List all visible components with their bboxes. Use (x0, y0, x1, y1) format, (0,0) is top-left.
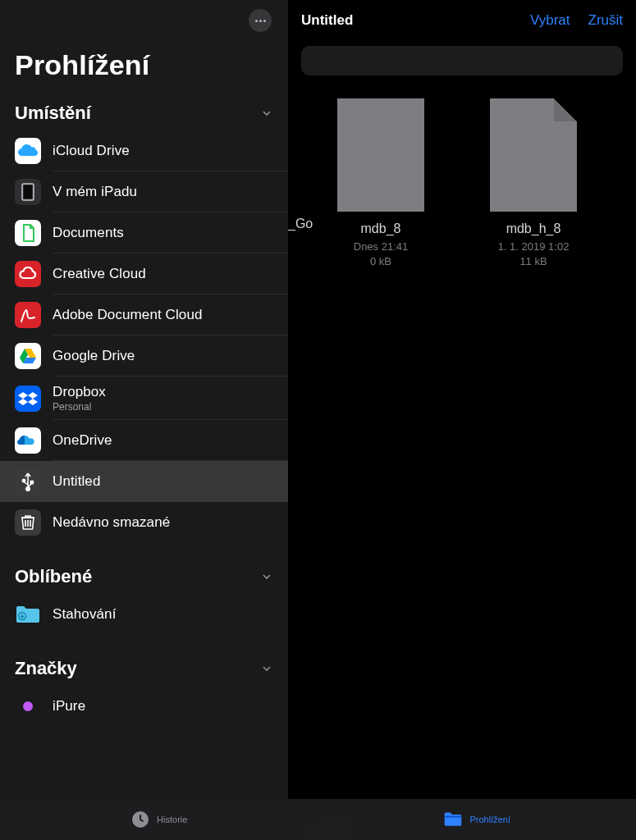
sidebar-item-creative-cloud[interactable]: Creative Cloud (0, 253, 288, 294)
creative-cloud-icon (15, 261, 41, 287)
onedrive-icon (15, 427, 41, 454)
svg-rect-14 (445, 816, 462, 818)
sidebar-item-on-my-ipad[interactable]: V mém iPadu (0, 171, 288, 212)
tag-color-icon (15, 693, 41, 719)
locations-list: iCloud Drive V mém iPadu Documents (0, 130, 288, 543)
svg-marker-6 (28, 392, 38, 399)
favorites-list: Stahování (0, 594, 288, 635)
file-meta: Dnes 21:41 0 kB (354, 240, 409, 268)
file-name: mdb_8 (361, 221, 401, 236)
chevron-down-icon (260, 570, 273, 583)
svg-marker-5 (18, 392, 28, 399)
tab-bar: Historie Prohlížení (0, 799, 636, 840)
usb-icon (15, 468, 41, 495)
downloads-folder-icon (15, 601, 41, 628)
sidebar-item-label: Dropbox (53, 384, 106, 400)
section-title-tags: Značky (15, 658, 77, 679)
sidebar-item-dropbox[interactable]: Dropbox Personal (0, 377, 288, 420)
tab-label: Prohlížení (469, 815, 510, 824)
tab-history[interactable]: Historie (0, 799, 318, 840)
files-area: mdb_8 Dnes 21:41 0 kB mdb_h_8 1. 1. 2019… (288, 85, 636, 814)
sidebar-item-downloads[interactable]: Stahování (0, 594, 288, 635)
sidebar-item-label: OneDrive (53, 432, 112, 449)
content-pane: Untitled Vybrat Zrušit mdb_8 Dnes 21:41 … (288, 0, 636, 840)
sidebar-item-label: Stahování (53, 606, 116, 623)
trash-icon (15, 509, 41, 536)
sidebar-item-label: Nedávno smazané (53, 514, 170, 531)
tab-label: Historie (157, 815, 187, 824)
chevron-down-icon (260, 662, 273, 675)
sidebar-item-label: Adobe Document Cloud (53, 307, 203, 323)
sidebar-item-label: iPure (53, 698, 85, 714)
sidebar-title: Prohlížení (0, 41, 288, 98)
file-meta: 1. 1. 2019 1:02 11 kB (498, 240, 570, 268)
icloud-drive-icon (15, 138, 41, 164)
svg-marker-7 (18, 399, 28, 405)
sidebar-item-untitled[interactable]: Untitled (0, 461, 288, 502)
svg-point-11 (26, 487, 30, 491)
section-header-tags[interactable]: Značky (0, 653, 288, 686)
svg-point-9 (22, 479, 25, 482)
file-name: mdb_h_8 (506, 221, 561, 236)
select-button[interactable]: Vybrat (530, 12, 570, 29)
sidebar-item-icloud-drive[interactable]: iCloud Drive (0, 130, 288, 171)
clock-icon (130, 810, 150, 829)
section-header-favorites[interactable]: Oblíbené (0, 561, 288, 594)
section-title-favorites: Oblíbené (15, 566, 92, 587)
sidebar: Prohlížení Umístění iCloud Drive (0, 0, 288, 840)
section-title-locations: Umístění (15, 103, 91, 124)
svg-rect-10 (30, 482, 33, 484)
sidebar-item-recently-deleted[interactable]: Nedávno smazané (0, 502, 288, 543)
sidebar-item-google-drive[interactable]: Google Drive (0, 336, 288, 377)
sidebar-item-label: Creative Cloud (53, 266, 146, 282)
svg-rect-1 (24, 185, 32, 199)
sidebar-item-label: Untitled (53, 473, 100, 490)
partial-file-name: _Go (288, 217, 313, 231)
sidebar-item-label: iCloud Drive (53, 143, 130, 159)
sidebar-item-label: Google Drive (53, 348, 135, 364)
tab-browse[interactable]: Prohlížení (318, 799, 637, 840)
dropbox-icon (15, 386, 41, 412)
file-thumbnail (337, 98, 424, 212)
content-title: Untitled (301, 12, 353, 29)
more-button[interactable] (249, 9, 272, 32)
ipad-icon (15, 179, 41, 205)
section-header-locations[interactable]: Umístění (0, 98, 288, 130)
tags-list: iPure (0, 686, 288, 727)
google-drive-icon (15, 343, 41, 369)
sidebar-item-adobe-document-cloud[interactable]: Adobe Document Cloud (0, 294, 288, 336)
file-item[interactable]: mdb_h_8 1. 1. 2019 1:02 11 kB (490, 98, 577, 268)
file-thumbnail (490, 98, 577, 212)
search-input[interactable] (301, 46, 623, 75)
sidebar-item-label: Documents (53, 225, 124, 241)
file-item[interactable]: mdb_8 Dnes 21:41 0 kB (337, 98, 424, 268)
documents-app-icon (15, 220, 41, 246)
svg-marker-8 (28, 399, 38, 405)
acrobat-icon (15, 302, 41, 328)
cancel-button[interactable]: Zrušit (588, 12, 624, 29)
folder-icon (443, 810, 463, 829)
sidebar-item-documents[interactable]: Documents (0, 212, 288, 253)
sidebar-item-tag-ipure[interactable]: iPure (0, 686, 288, 727)
chevron-down-icon (260, 107, 273, 120)
sidebar-item-onedrive[interactable]: OneDrive (0, 420, 288, 461)
sidebar-item-sublabel: Personal (53, 401, 106, 413)
sidebar-item-label: V mém iPadu (53, 184, 137, 200)
